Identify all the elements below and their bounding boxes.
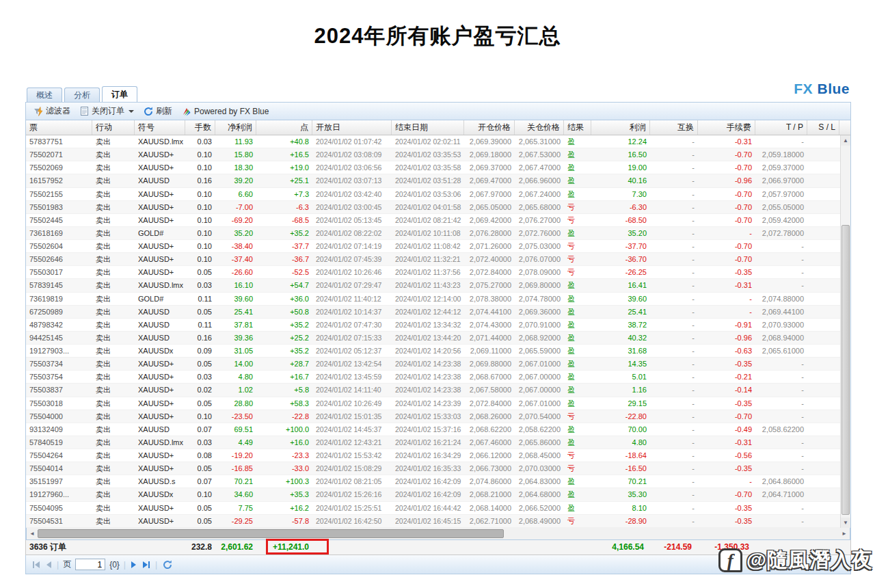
column-header-symbol[interactable]: 符号 xyxy=(135,120,185,135)
scroll-right-arrow-icon[interactable]: ► xyxy=(839,528,850,539)
page-number-input[interactable] xyxy=(75,559,105,570)
cell-action: 卖出 xyxy=(92,449,135,462)
horizontal-scrollbar[interactable]: ◄ ► xyxy=(26,528,850,539)
column-header-swap[interactable]: 互换 xyxy=(650,120,698,135)
next-page-button[interactable] xyxy=(130,560,137,570)
column-header-result[interactable]: 结果 xyxy=(564,120,591,135)
table-row[interactable]: 75504264卖出XAUUSD+0.08-19.20-23.32024/01/… xyxy=(26,449,840,462)
table-row[interactable]: 19127903...卖出XAUUSDx0.0931.05+35.22024/0… xyxy=(26,345,840,358)
table-row[interactable]: 75502069卖出XAUUSD+0.1018.30+19.02024/01/0… xyxy=(26,161,840,174)
first-page-button[interactable] xyxy=(31,560,41,570)
toolbar: 滤波器 关闭订单 刷新 xyxy=(25,102,851,120)
table-row[interactable]: 57839145卖出XAUUSD.lmx0.0316.10+54.72024/0… xyxy=(26,279,840,292)
column-header-action[interactable]: 行动 xyxy=(92,120,135,135)
table-row[interactable]: 16157952卖出XAUUSD0.1639.20+25.12024/01/02… xyxy=(26,174,840,187)
cell-symbol: XAUUSD.lmx xyxy=(135,135,185,148)
last-page-button[interactable] xyxy=(142,560,151,570)
table-row[interactable]: 75501983卖出XAUUSD+0.10-7.00-6.32024/01/02… xyxy=(26,201,840,214)
refresh-button[interactable]: 刷新 xyxy=(139,104,176,118)
filter-button[interactable]: 滤波器 xyxy=(29,104,75,118)
column-header-tp[interactable]: T / P xyxy=(755,120,807,135)
table-row[interactable]: 75504095卖出XAUUSD+0.057.75+16.22024/01/02… xyxy=(26,502,840,515)
cell-close-date: 2024/01/02 14:23:39 xyxy=(392,397,464,410)
column-header-profit[interactable]: 利润 xyxy=(591,120,650,135)
cell-tp: - xyxy=(755,515,807,527)
cell-result: 亏 xyxy=(564,449,591,462)
table-row[interactable]: 75504000卖出XAUUSD+0.10-23.50-22.82024/01/… xyxy=(26,410,840,423)
cell-net-profit: 1.02 xyxy=(215,384,256,396)
cell-points: -33.0 xyxy=(256,462,312,475)
horizontal-scrollbar-thumb[interactable] xyxy=(38,529,504,538)
cell-close-date: 2024/01/02 14:23:38 xyxy=(392,358,464,370)
cell-sl xyxy=(807,371,839,383)
prev-page-button[interactable] xyxy=(45,560,53,570)
table-row[interactable]: 67250989卖出XAUUSD0.0525.41+50.82024/01/02… xyxy=(26,306,840,319)
table-row[interactable]: 75504014卖出XAUUSD+0.05-16.85-33.02024/01/… xyxy=(26,462,840,475)
cell-swap: - xyxy=(650,293,698,305)
table-row[interactable]: 75502155卖出XAUUSD+0.106.60+7.32024/01/02 … xyxy=(26,188,840,201)
column-header-commission[interactable]: 手续费 xyxy=(698,120,755,135)
cell-symbol: XAUUSDx xyxy=(135,488,185,500)
cell-action: 卖出 xyxy=(92,462,135,475)
table-row[interactable]: 57840519卖出XAUUSD.lmx0.034.49+16.02024/01… xyxy=(26,436,840,449)
cell-result: 盈 xyxy=(564,293,591,305)
table-row[interactable]: 73619819卖出GOLD#0.1139.60+36.02024/01/02 … xyxy=(26,293,840,306)
cell-net-profit: 4.49 xyxy=(215,436,256,449)
vertical-scrollbar-thumb[interactable] xyxy=(842,225,850,515)
column-header-close-price[interactable]: 关仓价格 xyxy=(515,120,564,135)
cell-swap: - xyxy=(650,135,698,148)
column-header-open-price[interactable]: 开仓价格 xyxy=(464,120,515,135)
column-header-close-date[interactable]: 结束日期 xyxy=(392,120,464,135)
cell-tp: 2,058.62200 xyxy=(755,423,807,436)
table-row[interactable]: 75502646卖出XAUUSD+0.10-37.40-36.72024/01/… xyxy=(26,253,840,266)
scroll-down-arrow-icon[interactable]: ▼ xyxy=(841,518,850,528)
table-row[interactable]: 35151997卖出XAUUSD.s0.0770.21+100.32024/01… xyxy=(26,475,840,488)
cell-result: 亏 xyxy=(564,253,591,265)
cell-points: -22.8 xyxy=(256,410,312,423)
table-row[interactable]: 75503837卖出XAUUSD+0.021.02+5.82024/01/02 … xyxy=(26,384,840,397)
table-row[interactable]: 75504531卖出XAUUSD+0.05-29.25-57.82024/01/… xyxy=(26,515,840,528)
cell-points: -57.8 xyxy=(256,515,312,527)
cell-symbol: XAUUSD+ xyxy=(135,188,185,200)
cell-ticket: 75502069 xyxy=(26,161,92,174)
column-header-points[interactable]: 点 xyxy=(256,120,312,135)
cell-result: 盈 xyxy=(564,306,591,318)
powered-by-fxblue[interactable]: Powered by FX Blue xyxy=(178,105,273,118)
tab-analysis[interactable]: 分析 xyxy=(64,88,100,102)
table-row[interactable]: 75502071卖出XAUUSD+0.1015.80+16.52024/01/0… xyxy=(26,148,840,161)
table-row[interactable]: 75503754卖出XAUUSD+0.034.80+16.72024/01/02… xyxy=(26,371,840,384)
table-row[interactable]: 75502445卖出XAUUSD+0.10-69.20-68.52024/01/… xyxy=(26,214,840,227)
column-header-ticket[interactable]: 票 xyxy=(26,120,92,135)
table-row[interactable]: 75503734卖出XAUUSD+0.0514.00+28.72024/01/0… xyxy=(26,358,840,371)
table-row[interactable]: 19127960...卖出XAUUSDx0.1034.60+35.32024/0… xyxy=(26,488,840,501)
column-header-open-date[interactable]: 开放日 xyxy=(312,120,392,135)
summary-profit: 4,166.54 xyxy=(589,540,647,554)
table-row[interactable]: 73618169卖出GOLD#0.1035.20+35.22024/01/02 … xyxy=(26,227,840,240)
pager-refresh-button[interactable] xyxy=(161,559,174,571)
cell-tp: 2,064.71000 xyxy=(755,488,807,500)
cell-action: 卖出 xyxy=(92,240,135,252)
table-row[interactable]: 75503017卖出XAUUSD+0.05-26.60-52.52024/01/… xyxy=(26,266,840,279)
table-row[interactable]: 75502604卖出XAUUSD+0.10-38.40-37.72024/01/… xyxy=(26,240,840,253)
scroll-up-arrow-icon[interactable]: ▲ xyxy=(841,135,850,146)
cell-sl xyxy=(807,475,839,487)
cell-action: 卖出 xyxy=(92,227,135,239)
cell-result: 盈 xyxy=(564,475,591,487)
column-header-net-profit[interactable]: 净利润 xyxy=(215,120,256,135)
table-row[interactable]: 48798342卖出XAUUSD0.1137.81+35.22024/01/02… xyxy=(26,319,840,332)
close-orders-button[interactable]: 关闭订单 xyxy=(76,104,138,118)
cell-close-price: 2,072.76000 xyxy=(515,227,564,239)
table-row[interactable]: 94425145卖出XAUUSD0.1639.36+25.22024/01/02… xyxy=(26,332,840,345)
tab-orders[interactable]: 订单 xyxy=(102,86,137,102)
scroll-left-arrow-icon[interactable]: ◄ xyxy=(27,528,38,539)
column-header-lots[interactable]: 手数 xyxy=(185,120,215,135)
table-row[interactable]: 75503018卖出XAUUSD+0.0528.80+58.32024/01/0… xyxy=(26,397,840,410)
table-row[interactable]: 57837751卖出XAUUSD.lmx0.0311.93+40.82024/0… xyxy=(26,135,840,148)
tab-overview[interactable]: 概述 xyxy=(27,88,62,102)
column-header-sl[interactable]: S / L xyxy=(807,120,839,135)
table-row[interactable]: 93132409卖出XAUUSD0.0769.51+100.02024/01/0… xyxy=(26,423,840,436)
cell-ticket: 75502445 xyxy=(26,214,92,226)
cell-net-profit: 18.30 xyxy=(215,161,256,174)
cell-result: 亏 xyxy=(564,266,591,278)
vertical-scrollbar[interactable]: ▲ ▼ xyxy=(840,135,850,528)
